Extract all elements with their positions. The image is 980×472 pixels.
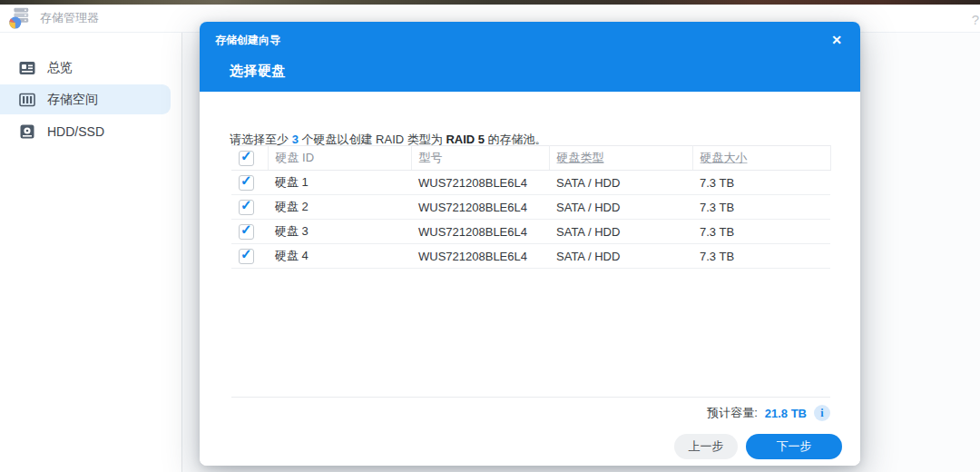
- storage-volume-icon: [19, 93, 35, 107]
- summary-divider: [231, 397, 830, 398]
- disk-4-checkbox[interactable]: ✓: [239, 249, 254, 264]
- storage-manager-icon: [7, 6, 31, 30]
- raid-type: RAID 5: [446, 133, 485, 146]
- min-disk-count: 3: [292, 133, 299, 146]
- disk-size: 7.3 TB: [692, 220, 830, 244]
- disk-row-3[interactable]: ✓ 硬盘 3 WUS721208BLE6L4 SATA / HDD 7.3 TB: [231, 220, 830, 244]
- disk-type: SATA / HDD: [549, 244, 692, 269]
- disk-type: SATA / HDD: [549, 195, 692, 220]
- sidebar-item-label: HDD/SSD: [47, 124, 104, 139]
- disk-size: 7.3 TB: [692, 195, 830, 220]
- estimated-capacity-value: 21.8 TB: [765, 407, 807, 420]
- check-icon: ✓: [240, 172, 252, 189]
- sidebar-item-overview[interactable]: 总览: [0, 53, 181, 83]
- disk-id: 硬盘 1: [268, 171, 411, 195]
- disk-model: WUS721208BLE6L4: [411, 220, 549, 244]
- sidebar: 总览 存储空间 HDD/SSD: [0, 33, 181, 472]
- disk-row-4[interactable]: ✓ 硬盘 4 WUS721208BLE6L4 SATA / HDD 7.3 TB: [231, 244, 830, 269]
- disk-id: 硬盘 2: [268, 195, 411, 220]
- column-header-disk-type[interactable]: 硬盘类型: [549, 146, 692, 171]
- previous-button[interactable]: 上一步: [674, 434, 738, 459]
- disk-row-2[interactable]: ✓ 硬盘 2 WUS721208BLE6L4 SATA / HDD 7.3 TB: [231, 195, 830, 220]
- dialog-body: 请选择至少 3 个硬盘以创建 RAID 类型为 RAID 5 的存储池。 ✓ 硬…: [200, 92, 860, 466]
- dialog-header: 存储创建向导 ✕ 选择硬盘: [200, 22, 860, 92]
- check-icon: ✓: [240, 197, 252, 213]
- next-button[interactable]: 下一步: [746, 434, 842, 459]
- app-title: 存储管理器: [40, 10, 99, 26]
- disk-row-1[interactable]: ✓ 硬盘 1 WUS721208BLE6L4 SATA / HDD 7.3 TB: [231, 171, 830, 195]
- sidebar-item-hdd-ssd[interactable]: HDD/SSD: [0, 116, 181, 146]
- disk-size: 7.3 TB: [692, 171, 830, 195]
- sidebar-item-label: 总览: [47, 60, 73, 76]
- select-all-cell: ✓: [231, 146, 268, 171]
- overview-icon: [19, 61, 35, 75]
- disk-id: 硬盘 3: [268, 220, 411, 244]
- disk-2-checkbox[interactable]: ✓: [239, 200, 254, 215]
- disk-type: SATA / HDD: [549, 171, 692, 195]
- step-title: 选择硬盘: [230, 63, 842, 80]
- dialog-footer: 上一步 下一步: [674, 434, 842, 459]
- screen: 存储管理器 ? 总览 存储空间: [0, 0, 980, 472]
- disk-model: WUS721208BLE6L4: [411, 171, 549, 195]
- info-icon[interactable]: i: [814, 405, 830, 421]
- disk-id: 硬盘 4: [268, 244, 411, 269]
- select-all-checkbox[interactable]: ✓: [239, 151, 254, 166]
- estimated-capacity: 预计容量: 21.8 TB i: [707, 405, 830, 421]
- instruction-suffix: 的存储池。: [485, 133, 547, 146]
- instruction-prefix: 请选择至少: [230, 133, 292, 146]
- disk-icon: [19, 124, 35, 139]
- help-icon[interactable]: ?: [972, 12, 979, 27]
- estimated-capacity-label: 预计容量:: [707, 405, 758, 421]
- sidebar-item-storage-volume[interactable]: 存储空间: [0, 84, 171, 114]
- disk-table-header-row: ✓ 硬盘 ID 型号 硬盘类型 硬盘大小: [231, 146, 830, 171]
- disk-table-body: ✓ 硬盘 1 WUS721208BLE6L4 SATA / HDD 7.3 TB…: [231, 171, 830, 269]
- close-icon[interactable]: ✕: [831, 34, 842, 46]
- disk-1-checkbox[interactable]: ✓: [239, 175, 254, 191]
- disk-type: SATA / HDD: [549, 220, 692, 244]
- check-icon: ✓: [240, 246, 252, 262]
- dialog-title: 存储创建向导: [215, 33, 280, 48]
- column-header-disk-size[interactable]: 硬盘大小: [692, 146, 830, 171]
- column-header-model[interactable]: 型号: [411, 146, 549, 171]
- sidebar-divider: [181, 33, 182, 472]
- disk-model: WUS721208BLE6L4: [411, 195, 549, 220]
- storage-creation-wizard-dialog: 存储创建向导 ✕ 选择硬盘 请选择至少 3 个硬盘以创建 RAID 类型为 RA…: [200, 22, 860, 466]
- disk-table: ✓ 硬盘 ID 型号 硬盘类型 硬盘大小 ✓ 硬盘 1 WUS721208BLE…: [231, 145, 831, 269]
- sidebar-item-label: 存储空间: [47, 92, 98, 108]
- check-icon: ✓: [240, 148, 252, 164]
- disk-3-checkbox[interactable]: ✓: [239, 224, 254, 240]
- disk-size: 7.3 TB: [692, 244, 830, 269]
- instruction-middle: 个硬盘以创建 RAID 类型为: [299, 133, 446, 146]
- check-icon: ✓: [240, 221, 252, 238]
- column-header-disk-id[interactable]: 硬盘 ID: [268, 146, 411, 171]
- disk-model: WUS721208BLE6L4: [411, 244, 549, 269]
